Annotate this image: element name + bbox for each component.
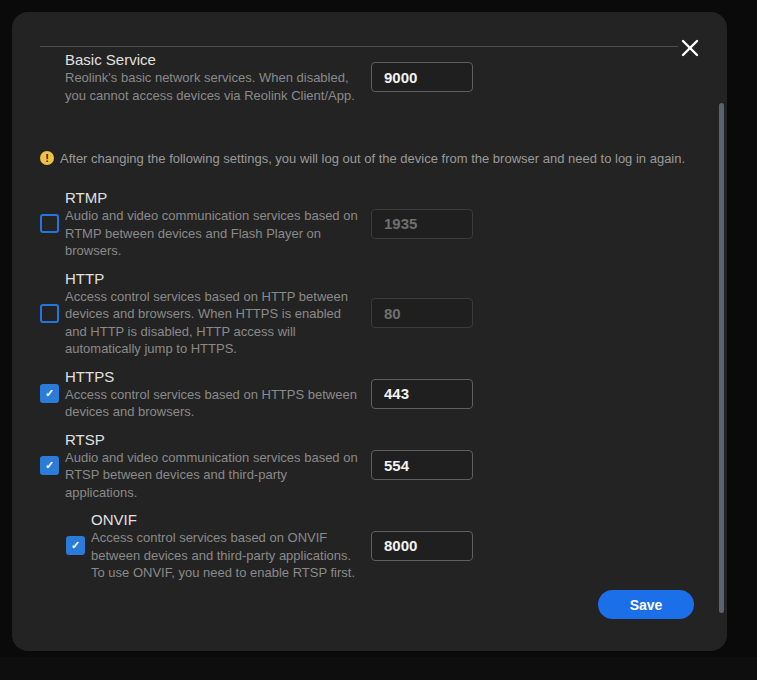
rtsp-service-row: ✓ RTSP Audio and video communication ser… — [40, 430, 473, 502]
rtsp-port-input[interactable] — [371, 450, 473, 480]
warning-row: ! After changing the following settings,… — [40, 150, 700, 167]
rtmp-port-input[interactable] — [371, 209, 473, 239]
warning-text: After changing the following settings, y… — [60, 150, 685, 167]
services-list: RTMP Audio and video communication servi… — [40, 188, 727, 582]
save-button[interactable]: Save — [598, 590, 694, 619]
http-port-input[interactable] — [371, 298, 473, 328]
warning-icon: ! — [40, 151, 54, 165]
rtsp-title: RTSP — [65, 430, 358, 449]
rtmp-checkbox[interactable] — [40, 214, 59, 233]
https-service-row: ✓ HTTPS Access control services based on… — [40, 367, 473, 421]
basic-service-row: Basic Service Reolink's basic network se… — [40, 50, 473, 104]
basic-service-port-input[interactable] — [371, 62, 473, 92]
basic-service-description: Reolink's basic network services. When d… — [65, 69, 358, 104]
rtmp-description: Audio and video communication services b… — [65, 207, 358, 260]
http-description: Access control services based on HTTP be… — [65, 288, 358, 358]
https-description: Access control services based on HTTPS b… — [65, 386, 358, 421]
http-checkbox[interactable] — [40, 304, 59, 323]
rtsp-description: Audio and video communication services b… — [65, 449, 358, 502]
rtmp-title: RTMP — [65, 188, 358, 207]
onvif-description: Access control services based on ONVIF b… — [91, 529, 358, 582]
onvif-checkbox[interactable]: ✓ — [66, 536, 85, 555]
rtmp-service-row: RTMP Audio and video communication servi… — [40, 188, 473, 260]
page-background-strip — [0, 657, 757, 680]
network-services-dialog: Basic Service Reolink's basic network se… — [12, 12, 727, 651]
close-button[interactable] — [679, 37, 701, 59]
https-port-input[interactable] — [371, 379, 473, 409]
https-checkbox[interactable]: ✓ — [40, 384, 59, 403]
onvif-port-input[interactable] — [371, 531, 473, 561]
onvif-service-row: ✓ ONVIF Access control services based on… — [66, 510, 473, 582]
top-divider — [40, 46, 678, 47]
onvif-title: ONVIF — [91, 510, 358, 529]
http-title: HTTP — [65, 269, 358, 288]
basic-service-title: Basic Service — [65, 50, 358, 69]
rtsp-checkbox[interactable]: ✓ — [40, 456, 59, 475]
scrollbar-thumb[interactable] — [719, 103, 724, 613]
close-icon — [681, 39, 699, 57]
https-title: HTTPS — [65, 367, 358, 386]
http-service-row: HTTP Access control services based on HT… — [40, 269, 473, 358]
